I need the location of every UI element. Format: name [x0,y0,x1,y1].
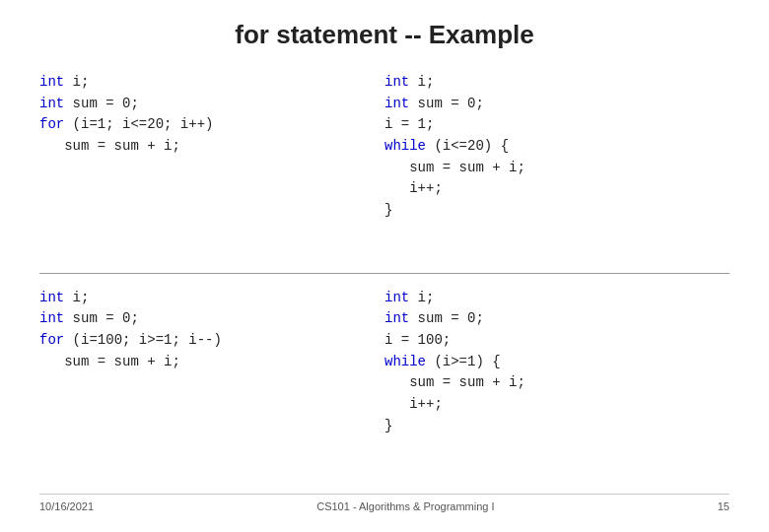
footer-course: CS101 - Algorithms & Programming I [316,500,494,512]
bottom-section: int i; int sum = 0; for (i=100; i>=1; i-… [39,273,730,489]
bl-line-4: sum = sum + i; [39,352,375,373]
br-line-5: sum = sum + i; [384,372,720,394]
tr-line-3: i = 1; [384,114,720,136]
tr-line-1: int i; [384,72,720,94]
top-section: int i; int sum = 0; for (i=1; i<=20; i++… [39,72,730,273]
content-area: int i; int sum = 0; for (i=1; i<=20; i++… [39,72,730,488]
br-line-4: while (i>=1) { [384,352,720,373]
tl-line-3: for (i=1; i<=20; i++) [39,114,375,136]
br-line-3: i = 100; [384,330,720,352]
footer: 10/16/2021 CS101 - Algorithms & Programm… [39,494,730,512]
br-line-2: int sum = 0; [384,308,720,330]
bl-line-3: for (i=100; i>=1; i--) [39,330,375,352]
bl-line-2: int sum = 0; [39,308,375,330]
bl-line-1: int i; [39,288,375,309]
tr-line-2: int sum = 0; [384,94,720,115]
br-line-7: } [384,416,720,437]
tl-line-1: int i; [39,72,375,94]
footer-date: 10/16/2021 [39,500,94,512]
slide-title: for statement -- Example [39,20,730,50]
footer-page: 15 [718,500,730,512]
top-left-code: int i; int sum = 0; for (i=1; i<=20; i++… [39,72,384,273]
tl-line-4: sum = sum + i; [39,136,375,158]
br-line-1: int i; [384,288,720,309]
tr-line-7: } [384,200,720,222]
bottom-left-code: int i; int sum = 0; for (i=100; i>=1; i-… [39,288,384,489]
tr-line-6: i++; [384,178,720,200]
tr-line-5: sum = sum + i; [384,158,720,179]
top-right-code: int i; int sum = 0; i = 1; while (i<=20)… [384,72,730,273]
br-line-6: i++; [384,394,720,416]
tr-line-4: while (i<=20) { [384,136,720,158]
tl-line-2: int sum = 0; [39,94,375,115]
slide: for statement -- Example int i; int sum … [0,0,769,532]
bottom-right-code: int i; int sum = 0; i = 100; while (i>=1… [384,288,730,489]
